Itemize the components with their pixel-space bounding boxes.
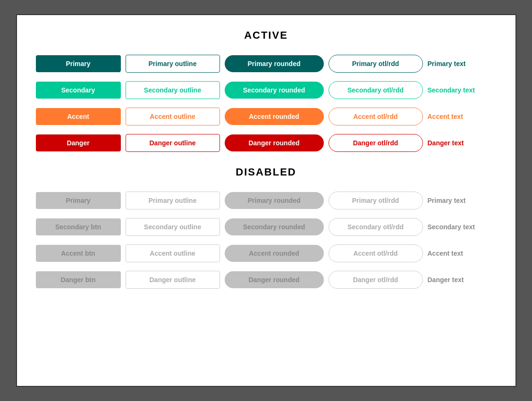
secondary-otl-rdd-btn[interactable]: Secondary otl/rdd bbox=[329, 81, 423, 99]
accent-solid-btn[interactable]: Accent bbox=[36, 108, 121, 125]
accent-disabled-rounded-btn: Accent rounded bbox=[225, 245, 324, 262]
accent-disabled-text-btn: Accent text bbox=[428, 245, 503, 262]
secondary-text-btn[interactable]: Secondary text bbox=[428, 82, 503, 99]
accent-disabled-otl-rdd-btn: Accent otl/rdd bbox=[329, 244, 423, 262]
secondary-disabled-text-btn: Secondary text bbox=[428, 218, 503, 235]
primary-disabled-rounded-btn: Primary rounded bbox=[225, 192, 324, 209]
accent-disabled-outline-btn: Accent outline bbox=[126, 244, 220, 262]
danger-disabled-text-btn: Danger text bbox=[428, 271, 503, 288]
danger-outline-btn[interactable]: Danger outline bbox=[126, 134, 220, 152]
danger-disabled-solid-btn: Danger btn bbox=[36, 271, 121, 288]
secondary-outline-btn[interactable]: Secondary outline bbox=[126, 81, 220, 99]
primary-otl-rdd-btn[interactable]: Primary otl/rdd bbox=[329, 55, 423, 73]
danger-solid-btn[interactable]: Danger bbox=[36, 134, 121, 151]
primary-text-btn[interactable]: Primary text bbox=[428, 55, 503, 72]
primary-solid-btn[interactable]: Primary bbox=[36, 55, 121, 72]
secondary-disabled-outline-btn: Secondary outline bbox=[126, 218, 220, 236]
active-section-title: ACTIVE bbox=[36, 29, 497, 42]
primary-disabled-outline-btn: Primary outline bbox=[126, 192, 220, 209]
disabled-section-title: DISABLED bbox=[36, 166, 497, 178]
secondary-disabled-solid-btn: Secondary btn bbox=[36, 218, 121, 235]
accent-otl-rdd-btn[interactable]: Accent otl/rdd bbox=[329, 108, 423, 125]
disabled-button-grid: Primary Primary outline Primary rounded … bbox=[36, 192, 497, 289]
danger-disabled-rounded-btn: Danger rounded bbox=[225, 271, 324, 288]
danger-text-btn[interactable]: Danger text bbox=[428, 134, 503, 151]
primary-disabled-solid-btn: Primary bbox=[36, 192, 121, 209]
danger-rounded-btn[interactable]: Danger rounded bbox=[225, 134, 324, 151]
main-frame: ACTIVE Primary Primary outline Primary r… bbox=[16, 14, 516, 387]
accent-disabled-solid-btn: Accent btn bbox=[36, 245, 121, 262]
secondary-disabled-otl-rdd-btn: Secondary otl/rdd bbox=[329, 218, 423, 236]
danger-disabled-outline-btn: Danger outline bbox=[126, 271, 220, 289]
accent-rounded-btn[interactable]: Accent rounded bbox=[225, 108, 324, 125]
primary-rounded-btn[interactable]: Primary rounded bbox=[225, 55, 324, 72]
primary-disabled-otl-rdd-btn: Primary otl/rdd bbox=[329, 192, 423, 209]
active-button-grid: Primary Primary outline Primary rounded … bbox=[36, 55, 497, 152]
accent-text-btn[interactable]: Accent text bbox=[428, 108, 503, 125]
danger-otl-rdd-btn[interactable]: Danger otl/rdd bbox=[329, 134, 423, 152]
secondary-rounded-btn[interactable]: Secondary rounded bbox=[225, 82, 324, 99]
primary-outline-btn[interactable]: Primary outline bbox=[126, 55, 220, 73]
primary-disabled-text-btn: Primary text bbox=[428, 192, 503, 209]
secondary-disabled-rounded-btn: Secondary rounded bbox=[225, 218, 324, 235]
secondary-solid-btn[interactable]: Secondary bbox=[36, 82, 121, 99]
danger-disabled-otl-rdd-btn: Danger otl/rdd bbox=[329, 271, 423, 289]
accent-outline-btn[interactable]: Accent outline bbox=[126, 108, 220, 125]
